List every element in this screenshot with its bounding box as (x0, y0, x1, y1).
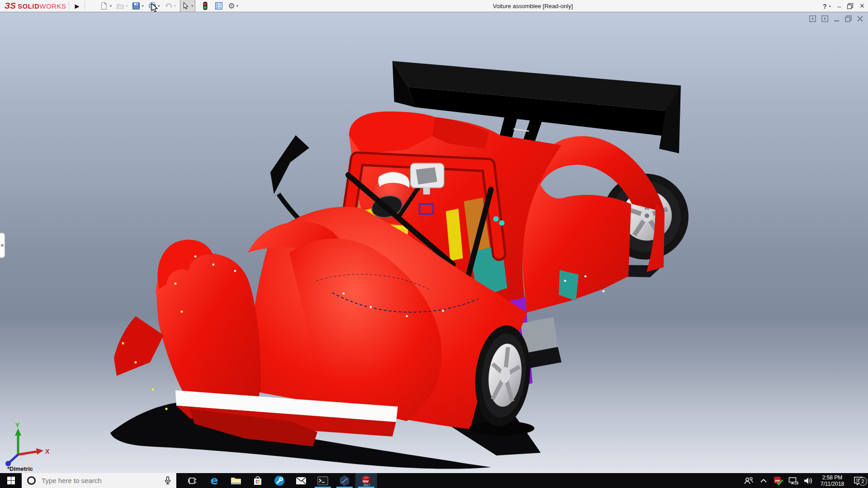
notification-badge: 2 (859, 477, 867, 486)
windows-logo-icon (7, 477, 15, 484)
microphone-icon[interactable] (164, 476, 172, 487)
help-button[interactable]: ? (823, 3, 827, 10)
options-button[interactable]: ⚙ ▾ (228, 0, 239, 11)
race-car-model: Y X (0, 12, 868, 473)
doc-minimize-button[interactable] (834, 15, 840, 22)
system-tray: sw 2:58 PM 7/11/2018 (743, 473, 868, 488)
undo-button[interactable]: ▾ (164, 0, 177, 11)
graphics-viewport[interactable]: Y X *Dimetric (0, 12, 868, 473)
document-window-controls (809, 15, 863, 22)
save-button[interactable]: ▾ (132, 0, 144, 11)
open-dropdown[interactable]: ▾ (126, 4, 128, 8)
title-bar: ЗS SOLID WORKS ▶ ▾ ▾ ▾ (0, 0, 868, 12)
clock-date: 7/11/2018 (818, 481, 847, 487)
solidworks-app-icon: SW 2017 (360, 474, 372, 487)
tray-chevron-up-icon[interactable] (758, 479, 769, 483)
new-document-icon (100, 2, 108, 10)
store-button[interactable] (247, 473, 269, 488)
edge-button[interactable]: e (203, 473, 225, 488)
triad-y-label: Y (15, 422, 20, 429)
undo-icon (165, 2, 173, 10)
tray-sw-text: sw (775, 478, 780, 482)
task-view-button[interactable] (182, 473, 203, 488)
wrench-circle-icon (274, 475, 285, 486)
menu-flyout-button[interactable]: ▶ (72, 3, 82, 9)
people-icon[interactable] (743, 477, 754, 485)
command-prompt-icon (317, 476, 328, 485)
rebuild-traffic-light-icon (201, 2, 209, 10)
separator (69, 1, 69, 10)
file-properties-button[interactable] (214, 0, 223, 11)
cortana-icon (27, 476, 36, 485)
new-document-button[interactable]: ▾ (99, 0, 112, 11)
edge-icon: e (211, 475, 218, 486)
solidworks-taskbar-button[interactable]: SW 2017 (355, 473, 377, 488)
save-dropdown[interactable]: ▾ (142, 4, 144, 8)
action-center-button[interactable]: 2 (851, 476, 866, 485)
select-cursor-icon (182, 2, 190, 10)
taskbar-apps: e (182, 473, 377, 488)
doc-restore-button[interactable] (845, 15, 852, 22)
composer-button[interactable] (334, 473, 355, 488)
open-button[interactable]: ▾ (116, 0, 128, 11)
network-icon[interactable] (788, 477, 799, 485)
clock-time: 2:58 PM (818, 474, 847, 481)
solidworks-logo-glyph: ЗS (5, 1, 16, 11)
sw-year-text: 2017 (363, 483, 370, 487)
search-input[interactable] (22, 473, 176, 488)
print-dropdown[interactable]: ▾ (158, 4, 160, 8)
mail-icon (296, 477, 307, 485)
view-orientation-label: *Dimetric (7, 465, 33, 472)
window-title: Voiture assomblee [Read-only] (493, 3, 573, 9)
print-button[interactable]: ▾ (148, 0, 160, 11)
feature-panel-collapse-handle[interactable] (0, 233, 5, 258)
store-icon (253, 476, 263, 486)
restore-button[interactable] (847, 3, 853, 9)
volume-icon[interactable] (803, 477, 814, 485)
minimize-button[interactable]: – (837, 2, 841, 10)
settings-tool-button[interactable] (269, 473, 290, 488)
select-dropdown[interactable]: ▾ (191, 4, 193, 8)
start-button[interactable] (0, 473, 22, 488)
options-dropdown[interactable]: ▾ (236, 4, 239, 8)
command-prompt-button[interactable] (312, 473, 334, 488)
solidworks-resource-monitor-icon[interactable]: sw (773, 476, 784, 485)
separator (85, 1, 85, 10)
solidworks-logo-works: WORKS (39, 2, 66, 10)
select-button[interactable]: ▾ (180, 0, 195, 12)
taskbar-clock[interactable]: 2:58 PM 7/11/2018 (818, 474, 847, 487)
windows-taskbar: e (0, 473, 868, 488)
triad-x-label: X (45, 448, 50, 455)
doc-close-button[interactable] (857, 15, 863, 22)
sw-cube-text: SW (363, 479, 368, 483)
pane-left-button[interactable] (809, 15, 816, 22)
rebuild-button[interactable] (201, 0, 210, 11)
help-dropdown[interactable]: ▾ (829, 4, 831, 9)
print-icon (148, 2, 156, 10)
task-view-icon (188, 476, 197, 485)
hexagon-app-icon (339, 475, 350, 486)
file-explorer-icon (231, 476, 241, 485)
pane-right-button[interactable] (821, 15, 829, 22)
mail-button[interactable] (290, 473, 312, 488)
new-document-dropdown[interactable]: ▾ (109, 4, 112, 8)
orientation-triad: Y X (5, 422, 50, 466)
window-controls: ? ▾ – × (823, 0, 864, 12)
open-icon (116, 2, 124, 10)
save-icon (132, 2, 140, 10)
taskbar-search[interactable] (22, 473, 176, 488)
solidworks-logo-solid: SOLID (18, 2, 39, 10)
close-button[interactable]: × (859, 1, 864, 11)
solidworks-logo: ЗS SOLID WORKS (5, 1, 66, 11)
gear-icon: ⚙ (228, 2, 235, 10)
file-explorer-button[interactable] (225, 473, 247, 488)
panel-handle-dot (1, 244, 4, 247)
file-properties-icon (215, 2, 223, 10)
undo-dropdown[interactable]: ▾ (174, 4, 176, 8)
